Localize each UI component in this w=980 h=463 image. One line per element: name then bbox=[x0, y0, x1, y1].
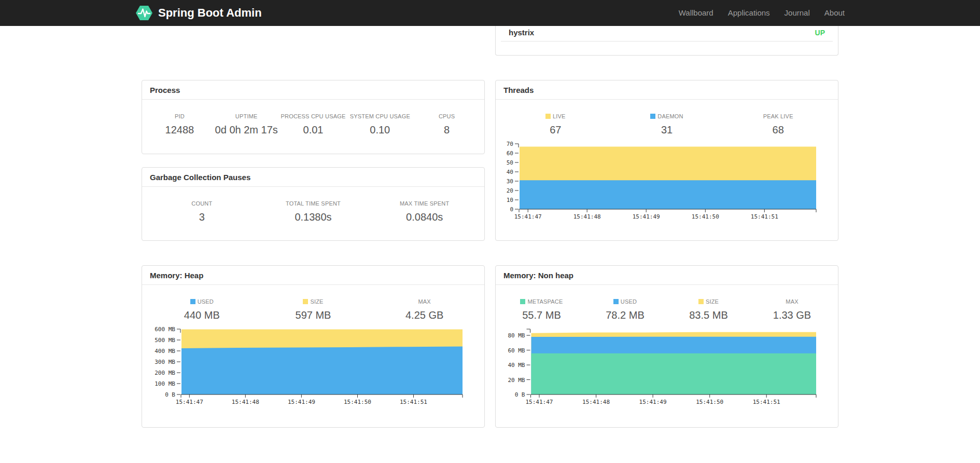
legend-swatch bbox=[520, 299, 525, 304]
stat-value: 0.10 bbox=[346, 124, 413, 136]
svg-text:15:41:49: 15:41:49 bbox=[639, 399, 667, 405]
stat-label: CPUS bbox=[439, 113, 455, 119]
navbar-links: Wallboard Applications Journal About bbox=[671, 0, 845, 26]
navbar-inner: Spring Boot Admin Wallboard Applications… bbox=[135, 0, 845, 26]
threads-panel-title: Threads bbox=[496, 80, 838, 100]
stat: DAEMON 31 bbox=[611, 113, 723, 136]
svg-text:40: 40 bbox=[507, 169, 513, 175]
row1-left-spacer bbox=[142, 26, 485, 56]
threads-panel: Threads LIVE 67 bbox=[495, 80, 838, 241]
stat-value: 68 bbox=[722, 124, 834, 136]
process-panel-title: Process bbox=[142, 80, 484, 100]
status-badge: UP bbox=[815, 29, 825, 37]
stat: SYSTEM CPU USAGE 0.10 bbox=[346, 113, 413, 136]
stat-label: SIZE bbox=[310, 298, 323, 305]
nav-link[interactable]: Wallboard bbox=[671, 0, 721, 26]
stat-label: COUNT bbox=[191, 200, 212, 207]
row-process-threads: Process PID 12488 bbox=[142, 80, 838, 241]
stat: MAX TIME SPENT 0.0840s bbox=[369, 200, 480, 223]
stat: PEAK LIVE 68 bbox=[722, 113, 834, 136]
stat-value: 8 bbox=[413, 124, 480, 136]
legend-swatch bbox=[613, 299, 619, 304]
svg-text:15:41:48: 15:41:48 bbox=[582, 399, 610, 405]
svg-text:15:41:47: 15:41:47 bbox=[526, 399, 553, 405]
stat: PID 12488 bbox=[146, 113, 213, 136]
stat-value: 3 bbox=[146, 211, 258, 223]
process-stats: PID 12488 UPTIME 0d 0h 2m 17s bbox=[142, 100, 484, 136]
nav-item: Applications bbox=[721, 0, 777, 26]
svg-text:15:41:49: 15:41:49 bbox=[633, 213, 660, 220]
stat: CPUS 8 bbox=[413, 113, 480, 136]
svg-text:600 MB: 600 MB bbox=[155, 326, 175, 333]
stat-label: MAX bbox=[786, 298, 798, 305]
nonheap-panel-title: Memory: Non heap bbox=[496, 266, 838, 285]
stat: MAX 4.25 GB bbox=[369, 298, 480, 321]
stat: PROCESS CPU USAGE 0.01 bbox=[280, 113, 347, 136]
threads-chart: 01020304050607015:41:4715:41:4815:41:491… bbox=[496, 141, 838, 223]
gc-stats: COUNT 3 TOTAL TIME SPENT 0.1380s bbox=[142, 187, 484, 223]
svg-text:0 B: 0 B bbox=[515, 391, 525, 398]
svg-text:20: 20 bbox=[507, 187, 513, 194]
stat-label: SYSTEM CPU USAGE bbox=[350, 113, 410, 119]
svg-text:200 MB: 200 MB bbox=[155, 370, 175, 376]
nav-link[interactable]: Applications bbox=[721, 0, 777, 26]
stat-value: 0d 0h 2m 17s bbox=[213, 124, 280, 136]
svg-text:0 B: 0 B bbox=[165, 391, 175, 398]
stat-label: DAEMON bbox=[657, 113, 683, 119]
svg-text:100 MB: 100 MB bbox=[155, 380, 175, 387]
svg-text:10: 10 bbox=[507, 197, 513, 203]
svg-text:15:41:50: 15:41:50 bbox=[344, 399, 371, 405]
stat-label: MAX TIME SPENT bbox=[400, 200, 450, 207]
stat-value: 0.1380s bbox=[258, 211, 369, 223]
process-panel: Process PID 12488 bbox=[142, 80, 485, 154]
stat: COUNT 3 bbox=[146, 200, 258, 223]
svg-text:20 MB: 20 MB bbox=[508, 377, 525, 384]
stat-value: 12488 bbox=[146, 124, 213, 136]
application-panel: hystrix UP bbox=[495, 26, 838, 56]
stat: USED 78.2 MB bbox=[583, 298, 667, 321]
stat-label: LIVE bbox=[553, 113, 566, 119]
legend-swatch bbox=[303, 299, 308, 304]
svg-text:15:41:51: 15:41:51 bbox=[400, 399, 427, 405]
stat-value: 597 MB bbox=[258, 309, 369, 321]
brand-link[interactable]: Spring Boot Admin bbox=[135, 4, 262, 22]
nav-link[interactable]: Journal bbox=[777, 0, 817, 26]
stat-value: 0.0840s bbox=[369, 211, 480, 223]
stat-label: PROCESS CPU USAGE bbox=[281, 113, 345, 119]
stat-label: TOTAL TIME SPENT bbox=[286, 200, 341, 207]
stat-label: MAX bbox=[418, 298, 430, 305]
stat-value: 83.5 MB bbox=[667, 309, 750, 321]
navbar: Spring Boot Admin Wallboard Applications… bbox=[0, 0, 980, 26]
gc-panel-title: Garbage Collection Pauses bbox=[142, 168, 484, 187]
nav-item: About bbox=[817, 0, 845, 26]
stat: USED 440 MB bbox=[146, 298, 258, 321]
brand-title: Spring Boot Admin bbox=[158, 6, 262, 20]
stat: MAX 1.33 GB bbox=[750, 298, 834, 321]
heap-panel: Memory: Heap USED 440 MB bbox=[142, 265, 485, 428]
stat: TOTAL TIME SPENT 0.1380s bbox=[258, 200, 369, 223]
legend-swatch bbox=[650, 114, 655, 119]
stat: LIVE 67 bbox=[500, 113, 611, 136]
stat-label: UPTIME bbox=[235, 113, 258, 119]
svg-text:400 MB: 400 MB bbox=[155, 348, 175, 355]
stat-value: 440 MB bbox=[146, 309, 258, 321]
stat: SIZE 83.5 MB bbox=[667, 298, 750, 321]
application-row-hystrix[interactable]: hystrix UP bbox=[501, 26, 833, 42]
stat-value: 55.7 MB bbox=[500, 309, 583, 321]
svg-text:15:41:47: 15:41:47 bbox=[514, 213, 542, 220]
content: hystrix UP Process PID bbox=[142, 26, 838, 428]
nav-link[interactable]: About bbox=[817, 0, 845, 26]
svg-text:0: 0 bbox=[510, 206, 513, 213]
svg-text:15:41:47: 15:41:47 bbox=[176, 399, 203, 405]
svg-text:70: 70 bbox=[507, 141, 513, 147]
nonheap-panel: Memory: Non heap METASPACE 55.7 MB bbox=[495, 265, 838, 428]
svg-text:500 MB: 500 MB bbox=[155, 337, 175, 344]
stat-label: METASPACE bbox=[527, 298, 563, 305]
nonheap-chart: 0 B20 MB40 MB60 MB80 MB15:41:4715:41:481… bbox=[496, 326, 838, 408]
legend-swatch bbox=[545, 114, 551, 119]
heap-stats: USED 440 MB SIZE 597 MB bbox=[142, 285, 484, 321]
stat: UPTIME 0d 0h 2m 17s bbox=[213, 113, 280, 136]
svg-text:300 MB: 300 MB bbox=[155, 359, 175, 365]
stat: SIZE 597 MB bbox=[258, 298, 369, 321]
spring-boot-admin-logo-icon bbox=[135, 4, 153, 22]
